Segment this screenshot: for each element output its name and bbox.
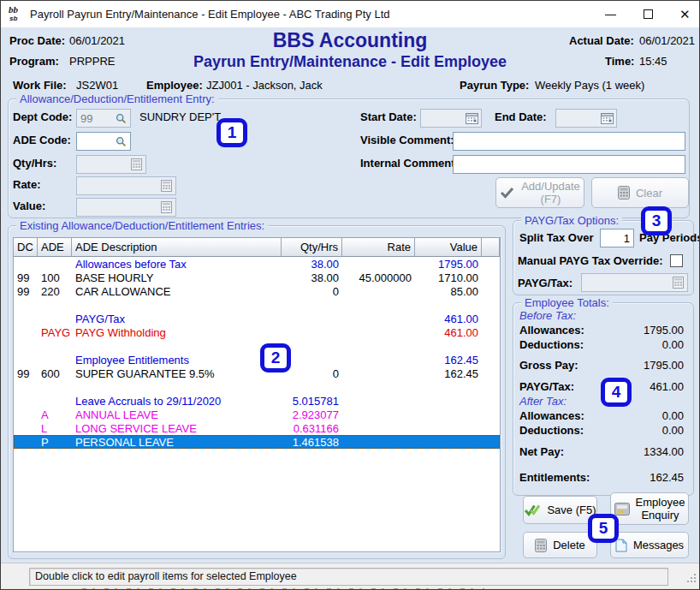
table-header-row: DCADEADE DescriptionQty/HrsRateValue <box>14 238 500 257</box>
ade-code-field[interactable] <box>76 132 131 151</box>
payg-calculator-button <box>670 276 685 289</box>
payg-options-group-label: PAYG/Tax Options: <box>521 214 622 227</box>
cell-desc: PAYG/Tax <box>72 313 282 325</box>
manual-payg-override-checkbox[interactable] <box>670 254 683 267</box>
maximize-icon <box>644 9 653 19</box>
dept-code-lookup-button[interactable] <box>113 111 128 125</box>
cell-desc: Leave Accruals to 29/11/2020 <box>72 395 282 408</box>
payroll-edit-employee-window: bbsb Payroll Payrun Entry/Maintenance - … <box>0 0 700 590</box>
split-tax-label: Split Tax Over <box>519 231 593 244</box>
employee-enquiry-button[interactable]: EmployeeEnquiry <box>610 492 689 525</box>
table-row[interactable]: Employee Entitlements162.45 <box>14 353 500 367</box>
table-row[interactable]: AANNUAL LEAVE2.923077 <box>14 408 500 421</box>
cell-desc: ANNUAL LEAVE <box>72 408 282 421</box>
close-icon: ✕ <box>679 7 691 22</box>
cell-ade: L <box>38 422 72 435</box>
internal-comment-field[interactable] <box>453 155 685 174</box>
table-row[interactable] <box>14 298 500 312</box>
table-row[interactable]: 99100BASE HOURLY38.0045.0000001710.00 <box>14 271 500 284</box>
cell-qty: 0 <box>282 367 342 380</box>
table-row[interactable]: Leave Accruals to 29/11/20205.015781 <box>14 394 500 408</box>
visible-comment-field[interactable] <box>453 132 685 151</box>
ade-code-lookup-button[interactable] <box>113 134 128 148</box>
messages-page-icon <box>615 539 627 552</box>
delete-button[interactable]: Delete <box>523 532 597 558</box>
clear-button: Clear <box>591 177 689 208</box>
existing-entries-group-label: Existing Allowance/Deduction/Entitlement… <box>16 219 268 232</box>
split-tax-field[interactable]: 1 <box>600 229 634 247</box>
value-calculator-button <box>158 200 174 214</box>
table-row[interactable]: 99220CAR ALLOWANCE085.00 <box>14 284 500 298</box>
cell-desc: BASE HOURLY <box>72 271 282 284</box>
cell-desc: PAYG Withholding <box>72 326 282 339</box>
cell-qty: 38.00 <box>282 258 342 271</box>
ade-entries-table[interactable]: DCADEADE DescriptionQty/HrsRateValue All… <box>13 237 501 552</box>
totals-row: Allowances:0.00 <box>513 409 694 424</box>
messages-button[interactable]: Messages <box>610 532 689 558</box>
after-tax-label: After Tax: <box>519 395 567 409</box>
table-row[interactable] <box>14 339 500 353</box>
status-message-box: Double click to edit payroll items for s… <box>29 568 668 586</box>
table-row[interactable]: PAYGPAYG Withholding461.00 <box>14 325 500 339</box>
end-date-label: End Date: <box>495 110 547 123</box>
annotation-1: 1 <box>217 118 247 147</box>
column-header-rate[interactable]: Rate <box>342 238 415 256</box>
visible-comment-label: Visible Comment: <box>360 134 454 146</box>
cell-ade: PAYG <box>38 326 72 339</box>
employee-totals-group-label: Employee Totals: <box>521 296 613 309</box>
calculator-icon <box>131 158 142 170</box>
before-tax-label: Before Tax: <box>519 309 576 324</box>
cell-dc: 99 <box>14 285 38 298</box>
end-date-calendar-button <box>599 111 614 125</box>
internal-comment-label: Internal Comment: <box>360 157 459 170</box>
close-button[interactable]: ✕ <box>667 1 700 27</box>
rate-calculator-button <box>158 179 174 193</box>
cell-qty: 0.631166 <box>282 422 342 435</box>
minimize-button[interactable] <box>592 1 630 27</box>
cell-dc: 99 <box>14 367 38 380</box>
cell-rate: 45.000000 <box>342 271 415 284</box>
cell-value: 162.45 <box>415 354 482 367</box>
save-button[interactable]: Save (F5) <box>523 496 597 524</box>
work-file-value: JS2W01 <box>76 79 118 92</box>
work-file-label: Work File: <box>13 79 67 92</box>
table-row-selected[interactable]: PPERSONAL LEAVE1.461538 <box>14 435 500 449</box>
table-row[interactable]: Allowances before Tax38.001795.00 <box>14 257 500 271</box>
cell-ade: 220 <box>38 285 72 298</box>
cell-value: 461.00 <box>415 326 482 339</box>
table-row[interactable] <box>14 380 500 394</box>
cell-qty: 0 <box>282 285 342 298</box>
table-row[interactable]: 99600SUPER GUARANTEE 9.5%0162.45 <box>14 367 500 380</box>
column-header-value[interactable]: Value <box>415 238 482 256</box>
column-header-ade[interactable]: ADE <box>38 238 72 256</box>
table-body: Allowances before Tax38.001795.0099100BA… <box>14 257 500 449</box>
table-row[interactable]: PAYG/Tax461.00 <box>14 312 500 325</box>
status-text: Double click to edit payroll items for s… <box>35 570 297 582</box>
column-header-qty-hrs[interactable]: Qty/Hrs <box>282 238 342 256</box>
resize-grip[interactable] <box>694 581 696 582</box>
dept-code-label: Dept Code: <box>13 110 72 123</box>
calculator-icon <box>161 201 172 213</box>
cell-ade: A <box>38 408 72 421</box>
calendar-icon <box>466 112 478 124</box>
calculator-icon <box>161 180 172 192</box>
rate-label: Rate: <box>13 178 41 191</box>
calendar-icon <box>601 112 614 124</box>
column-header-dc[interactable]: DC <box>14 238 38 256</box>
delete-label: Delete <box>553 539 585 551</box>
dept-code-value: 99 <box>80 112 92 125</box>
payg-tax-label: PAYG/Tax: <box>518 277 572 289</box>
before-tax-section: Before Tax: <box>513 309 694 324</box>
column-header-ade-description[interactable]: ADE Description <box>72 238 282 256</box>
actual-date-value: 06/01/2021 <box>639 34 695 47</box>
table-row[interactable]: LLONG SERVICE LEAVE0.631166 <box>14 421 500 435</box>
status-bar: Double click to edit payroll items for s… <box>1 563 700 588</box>
maximize-button[interactable] <box>630 1 667 27</box>
start-date-label: Start Date: <box>360 110 417 123</box>
qty-hrs-label: Qty/Hrs: <box>13 157 56 170</box>
cell-qty: 5.015781 <box>282 395 342 408</box>
cell-dc: 99 <box>14 271 38 284</box>
ade-entry-group-label: Allowance/Deduction/Entitlement Entry: <box>16 92 218 105</box>
totals-row: Allowances:1795.00 <box>513 324 694 338</box>
enquiry-terminal-icon <box>614 503 630 516</box>
